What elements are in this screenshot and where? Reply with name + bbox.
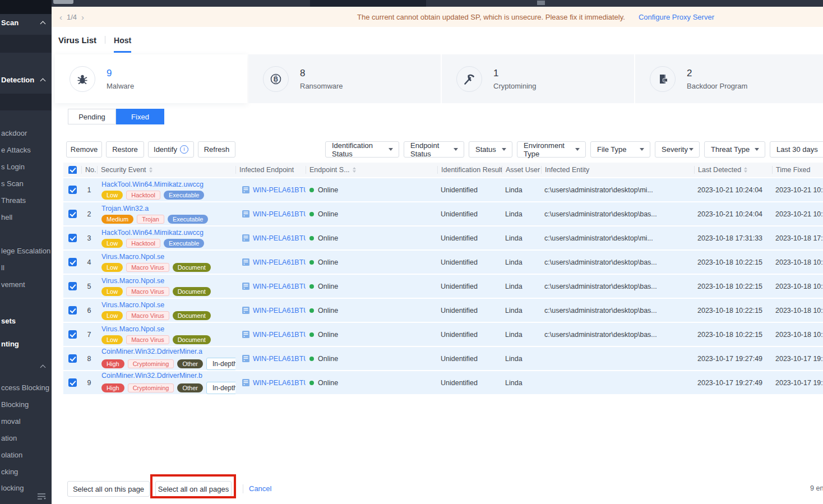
filter-label: Status bbox=[475, 145, 496, 154]
stat-card-backdoor-program[interactable]: >_2Backdoor Program bbox=[635, 54, 823, 103]
sort-icon[interactable] bbox=[149, 167, 152, 173]
filter-severity[interactable]: Severity bbox=[655, 141, 700, 158]
sidebar-item[interactable]: ll bbox=[0, 263, 52, 273]
security-event-link[interactable]: Virus.Macro.Npol.se bbox=[101, 277, 235, 285]
endpoint-link[interactable]: WIN-PELA61BTU2V bbox=[253, 283, 306, 290]
endpoint-link[interactable]: WIN-PELA61BTU2V bbox=[253, 307, 306, 315]
refresh-button[interactable]: Refresh bbox=[198, 141, 235, 158]
security-event-link[interactable]: Virus.Macro.Npol.se bbox=[101, 325, 235, 333]
sidebar-item[interactable]: cking bbox=[0, 467, 52, 477]
sidebar-item[interactable]: Detection bbox=[0, 75, 52, 85]
sidebar-item[interactable]: sets bbox=[0, 316, 52, 326]
sidebar-item[interactable]: ackdoor bbox=[0, 128, 52, 138]
security-event-link[interactable]: CoinMiner.Win32.DdriverMiner.b bbox=[101, 372, 235, 380]
row-checkbox[interactable] bbox=[68, 186, 77, 194]
next-page-icon[interactable]: › bbox=[81, 13, 84, 21]
asset-user: Linda bbox=[502, 258, 541, 266]
tab-fixed[interactable]: Fixed bbox=[116, 109, 164, 124]
in-depth-analysis-button[interactable]: In-depth Analysis bbox=[206, 382, 235, 394]
filter-last-30-days[interactable]: Last 30 days bbox=[770, 141, 823, 158]
sidebar-item[interactable]: vement bbox=[0, 280, 52, 290]
column-header-endpoint-s-: Endpoint S... bbox=[306, 166, 437, 174]
select-all-checkbox[interactable] bbox=[68, 166, 77, 174]
security-event-link[interactable]: Trojan.Win32.a bbox=[101, 205, 235, 212]
stat-card-cryptomining[interactable]: 1Cryptomining bbox=[442, 54, 634, 103]
row-checkbox[interactable] bbox=[68, 282, 77, 290]
endpoint-link[interactable]: WIN-PELA61BTU2V bbox=[253, 210, 306, 218]
endpoint-link[interactable]: WIN-PELA61BTU2V bbox=[253, 379, 306, 387]
topbar-control-icon[interactable] bbox=[537, 1, 545, 5]
sidebar-item[interactable]: Blocking bbox=[0, 400, 52, 410]
filter-threat-type[interactable]: Threat Type bbox=[704, 141, 765, 158]
sidebar-item[interactable]: lege Escalation bbox=[0, 246, 52, 256]
in-depth-analysis-button[interactable]: In-depth Analysis bbox=[206, 358, 235, 370]
row-checkbox[interactable] bbox=[68, 306, 77, 315]
filter-label: Severity bbox=[662, 145, 688, 154]
collapse-sidebar-icon[interactable] bbox=[37, 492, 47, 502]
row-checkbox[interactable] bbox=[68, 234, 77, 242]
identify-button[interactable]: Identifyi bbox=[148, 141, 194, 158]
filter-identification-status[interactable]: Identification Status bbox=[325, 141, 399, 158]
security-event-link[interactable]: HackTool.Win64.Mimikatz.uwccg bbox=[101, 181, 235, 188]
remove-button[interactable]: Remove bbox=[66, 141, 102, 158]
stat-card-meta: 1Cryptomining bbox=[493, 68, 537, 90]
tab-host[interactable]: Host bbox=[114, 27, 131, 53]
filter-endpoint-status[interactable]: Endpoint Status bbox=[404, 141, 464, 158]
sidebar-item[interactable]: ation bbox=[0, 433, 52, 443]
filter-environment-type[interactable]: Environment Type bbox=[517, 141, 586, 158]
button-label: Refresh bbox=[204, 145, 230, 154]
pagination: ‹ 1/4 › bbox=[59, 13, 84, 21]
sort-icon[interactable] bbox=[353, 167, 356, 173]
row-checkbox[interactable] bbox=[68, 354, 77, 363]
endpoint-status-cell: Online bbox=[306, 258, 437, 266]
sidebar-item[interactable]: e Attacks bbox=[0, 145, 52, 155]
security-event-link[interactable]: Virus.Macro.Npol.se bbox=[101, 253, 235, 261]
sidebar-item[interactable]: ccess Blocking bbox=[0, 383, 52, 393]
endpoint-link[interactable]: WIN-PELA61BTU2V bbox=[253, 234, 306, 242]
row-checkbox[interactable] bbox=[68, 378, 77, 387]
svg-text:B: B bbox=[274, 76, 278, 82]
select-all-pages-button[interactable]: Select all on all pages bbox=[155, 481, 232, 497]
filter-status[interactable]: Status bbox=[469, 141, 512, 158]
topbar-active-segment bbox=[310, 0, 426, 7]
event-tags: HighCryptominingOtherIn-depth Analysis bbox=[101, 358, 235, 370]
sidebar-item[interactable]: nting bbox=[0, 339, 52, 349]
sidebar-section-chevron[interactable] bbox=[0, 362, 52, 372]
endpoint-link[interactable]: WIN-PELA61BTU2V bbox=[253, 331, 306, 339]
restore-button[interactable]: Restore bbox=[106, 141, 144, 158]
column-label: Infected Endpoint bbox=[239, 166, 294, 174]
row-checkbox[interactable] bbox=[68, 210, 77, 218]
sidebar-item[interactable]: Scan bbox=[0, 18, 52, 28]
security-event-link[interactable]: Virus.Macro.Npol.se bbox=[101, 301, 235, 309]
sidebar-selected-item[interactable] bbox=[0, 94, 52, 110]
cancel-link[interactable]: Cancel bbox=[249, 484, 271, 493]
sidebar-item[interactable]: locking bbox=[0, 483, 52, 493]
tab-pending[interactable]: Pending bbox=[68, 109, 116, 124]
endpoint-link[interactable]: WIN-PELA61BTU2V bbox=[253, 355, 306, 363]
browser-tab[interactable] bbox=[53, 0, 73, 4]
configure-proxy-link[interactable]: Configure Proxy Server bbox=[639, 13, 714, 21]
info-icon[interactable]: i bbox=[180, 145, 188, 154]
stat-card-ransomware[interactable]: B8Ransomware bbox=[248, 54, 441, 103]
row-checkbox[interactable] bbox=[68, 258, 77, 266]
endpoint-link[interactable]: WIN-PELA61BTU2V bbox=[253, 258, 306, 266]
security-event-link[interactable]: HackTool.Win64.Mimikatz.uwccg bbox=[101, 229, 235, 237]
prev-page-icon[interactable]: ‹ bbox=[59, 13, 62, 21]
chevron-down-icon bbox=[575, 148, 580, 151]
select-all-page-button[interactable]: Select all on this page bbox=[67, 481, 150, 497]
row-checkbox[interactable] bbox=[68, 330, 77, 339]
sort-icon[interactable] bbox=[744, 167, 747, 173]
stat-card-malware[interactable]: 9Malware bbox=[55, 54, 247, 103]
sidebar-highlight-row[interactable] bbox=[0, 35, 52, 53]
pickaxe-icon bbox=[456, 66, 482, 92]
sidebar-item[interactable]: s Login bbox=[0, 162, 52, 172]
filter-file-type[interactable]: File Type bbox=[590, 141, 650, 158]
sidebar-item[interactable]: hell bbox=[0, 212, 52, 223]
sidebar-item[interactable]: Threats bbox=[0, 196, 52, 206]
endpoint-link[interactable]: WIN-PELA61BTU2V bbox=[253, 186, 306, 194]
endpoint-status-cell: Online bbox=[306, 283, 437, 290]
sidebar-item[interactable]: olation bbox=[0, 450, 52, 460]
sidebar-item[interactable]: s Scan bbox=[0, 179, 52, 189]
security-event-link[interactable]: CoinMiner.Win32.DdriverMiner.a bbox=[101, 348, 235, 355]
sidebar-item[interactable]: moval bbox=[0, 417, 52, 427]
